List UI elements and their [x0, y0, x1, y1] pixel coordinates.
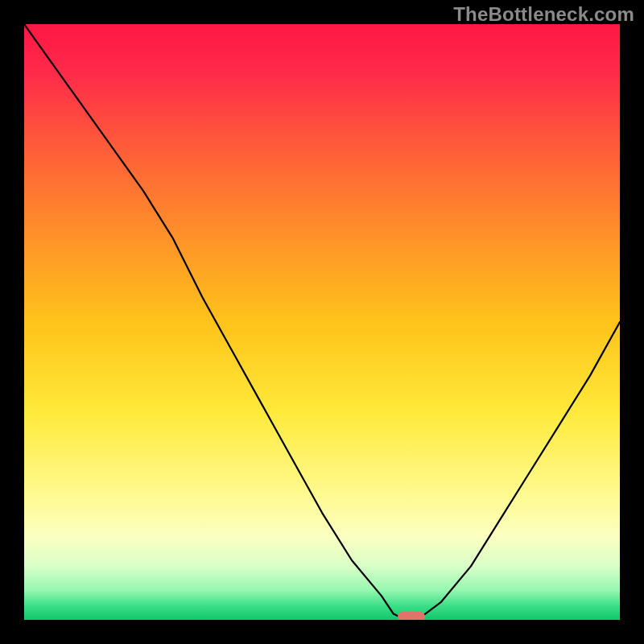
watermark-text: TheBottleneck.com	[453, 3, 634, 26]
chart-frame: TheBottleneck.com	[0, 0, 644, 644]
gradient-background	[24, 24, 620, 620]
bottleneck-chart	[24, 24, 620, 620]
optimal-marker	[398, 612, 425, 620]
plot-area	[24, 24, 620, 620]
